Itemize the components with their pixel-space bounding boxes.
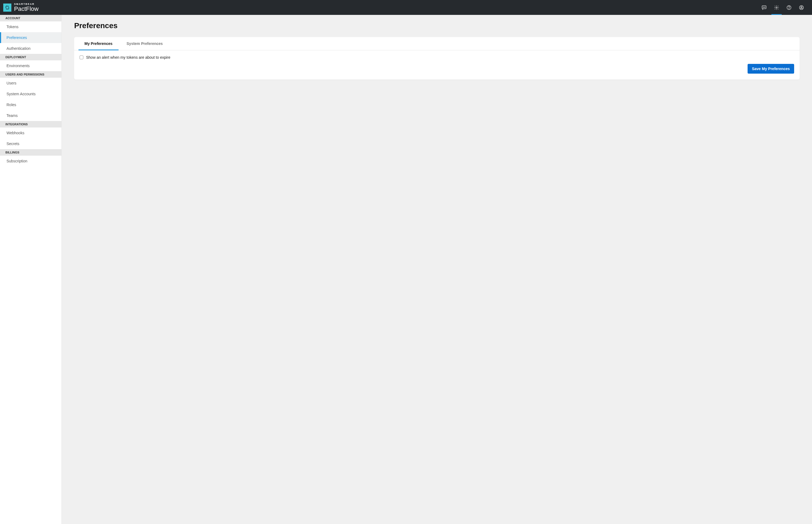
brand-company: SMARTBEAR xyxy=(14,3,38,5)
sidebar-item-teams[interactable]: Teams xyxy=(0,110,62,121)
account-icon[interactable] xyxy=(795,0,808,15)
sidebar-item-environments[interactable]: Environments xyxy=(0,60,62,71)
chat-icon[interactable] xyxy=(758,0,770,15)
pref-token-alert-checkbox[interactable] xyxy=(80,55,83,59)
preferences-card: My Preferences System Preferences Show a… xyxy=(74,37,799,80)
pref-token-alert-row[interactable]: Show an alert when my tokens are about t… xyxy=(80,55,794,60)
brand-logo-icon xyxy=(3,3,11,12)
sidebar-item-subscription[interactable]: Subscription xyxy=(0,155,62,166)
tab-system-preferences[interactable]: System Preferences xyxy=(121,37,169,50)
save-preferences-button[interactable]: Save My Preferences xyxy=(748,64,794,73)
sidebar-section-account: ACCOUNT xyxy=(0,15,62,21)
sidebar-item-secrets[interactable]: Secrets xyxy=(0,138,62,149)
sidebar-item-users[interactable]: Users xyxy=(0,78,62,88)
sidebar-item-tokens[interactable]: Tokens xyxy=(0,21,62,32)
svg-point-4 xyxy=(776,7,777,8)
sidebar-section-billings: BILLINGS xyxy=(0,149,62,155)
sidebar-item-webhooks[interactable]: Webhooks xyxy=(0,128,62,138)
svg-point-8 xyxy=(801,6,802,7)
sidebar-item-roles[interactable]: Roles xyxy=(0,99,62,110)
top-nav-actions xyxy=(758,0,808,15)
sidebar-section-users-permissions: USERS AND PERMISSIONS xyxy=(0,71,62,78)
sidebar-section-deployment: DEPLOYMENT xyxy=(0,54,62,60)
brand-product: PactFlow xyxy=(14,6,38,12)
top-nav: SMARTBEAR PactFlow xyxy=(0,0,812,15)
pref-token-alert-label: Show an alert when my tokens are about t… xyxy=(86,55,170,60)
sidebar: ACCOUNT Tokens Preferences Authenticatio… xyxy=(0,15,62,524)
sidebar-item-system-accounts[interactable]: System Accounts xyxy=(0,88,62,99)
preferences-tabs: My Preferences System Preferences xyxy=(74,37,799,50)
sidebar-item-preferences[interactable]: Preferences xyxy=(0,32,62,43)
sidebar-item-authentication[interactable]: Authentication xyxy=(0,43,62,54)
sidebar-section-integrations: INTEGRATIONS xyxy=(0,121,62,128)
brand[interactable]: SMARTBEAR PactFlow xyxy=(3,3,38,12)
page-title: Preferences xyxy=(74,21,799,30)
main-content: Preferences My Preferences System Prefer… xyxy=(62,15,812,524)
settings-icon[interactable] xyxy=(770,0,783,15)
help-icon[interactable] xyxy=(783,0,795,15)
tab-my-preferences[interactable]: My Preferences xyxy=(79,37,119,50)
